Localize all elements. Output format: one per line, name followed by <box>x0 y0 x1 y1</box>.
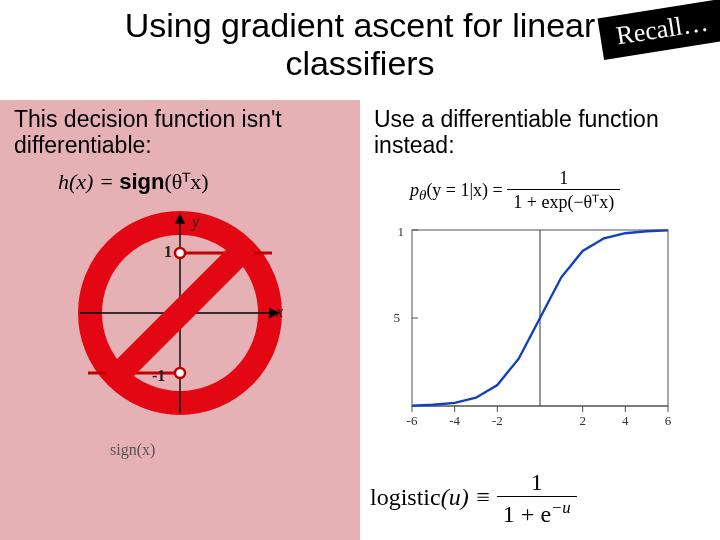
x-label: x <box>276 303 283 321</box>
prob-frac: 1 1 + exp(−θᵀx) <box>507 169 620 214</box>
xt-2: -2 <box>492 413 503 428</box>
logistic-den: 1 + e−u <box>497 497 577 530</box>
tick-neg1: -1 <box>152 367 165 385</box>
logistic-frac: 1 1 + e−u <box>497 469 577 530</box>
yt-1: 1 <box>398 224 405 239</box>
left-column: This decision function isn't differentia… <box>0 100 360 540</box>
no-symbol-overlay <box>70 203 290 453</box>
logistic-word: logistic <box>370 484 441 510</box>
sign-arg: (θᵀx) <box>165 169 209 194</box>
sign-op: sign <box>119 169 164 194</box>
xt-1: -4 <box>449 413 460 428</box>
sign-lhs: h(x) = <box>58 169 119 194</box>
sign-caption: sign(x) <box>110 441 155 459</box>
xt-4: 4 <box>622 413 629 428</box>
svg-point-8 <box>175 368 185 378</box>
slide: Using gradient ascent for linear classif… <box>0 0 720 540</box>
title-line-2: classifiers <box>285 44 434 82</box>
xt-5: 6 <box>665 413 672 428</box>
svg-point-7 <box>175 248 185 258</box>
prob-arg: (y = 1|x) = <box>426 180 507 200</box>
xt-0: -6 <box>407 413 418 428</box>
y-label: y <box>192 213 199 231</box>
columns: This decision function isn't differentia… <box>0 100 720 540</box>
title-line-1: Using gradient ascent for linear <box>125 6 596 44</box>
logistic-definition: logistic(u) ≡ 1 1 + e−u <box>370 469 577 530</box>
prob-den: 1 + exp(−θᵀx) <box>507 190 620 214</box>
logistic-arg: (u) ≡ <box>441 484 497 510</box>
sigmoid-plot-svg: -6 -4 -2 2 4 6 0.5 1 <box>394 222 684 432</box>
prob-num: 1 <box>507 169 620 190</box>
sign-plot: y x 1 -1 sign(x) <box>70 203 290 453</box>
logistic-formula: pθ(y = 1|x) = 1 1 + exp(−θᵀx) <box>410 169 706 214</box>
tick-1: 1 <box>164 243 172 261</box>
prob-p: p <box>410 180 419 200</box>
yt-0: 0.5 <box>394 310 400 325</box>
sign-formula: h(x) = sign(θᵀx) <box>58 169 346 195</box>
right-lead: Use a differentiable function instead: <box>374 106 706 159</box>
sigmoid-plot: -6 -4 -2 2 4 6 0.5 1 <box>394 222 684 432</box>
sign-plot-svg <box>70 203 290 423</box>
left-lead: This decision function isn't differentia… <box>14 106 346 159</box>
xt-3: 2 <box>579 413 586 428</box>
logistic-num: 1 <box>497 469 577 496</box>
